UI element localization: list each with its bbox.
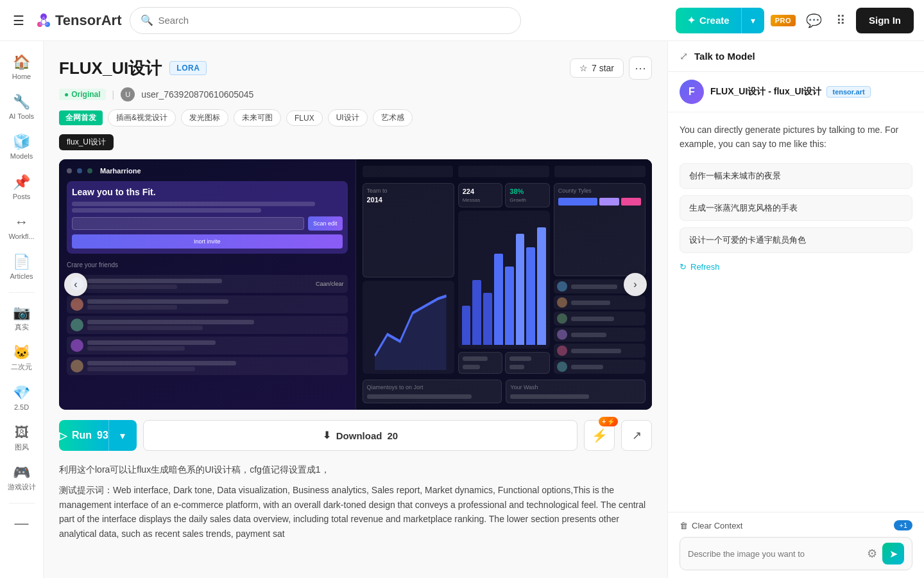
featured-tag[interactable]: 全网首发 (59, 110, 103, 125)
tags-row: 全网首发 插画&视觉设计 发光图标 未来可图 FLUX UI设计 艺术感 (59, 109, 652, 127)
clear-context-button[interactable]: 🗑 Clear Context (680, 521, 742, 530)
create-button[interactable]: ✦ Create (676, 8, 741, 33)
model-name-tag: flux_UI设计 (59, 134, 114, 150)
refresh-button[interactable]: ↻ Refresh (680, 259, 912, 274)
sidebar-label-workflow: Workfl... (8, 232, 34, 241)
run-count: 93 (97, 430, 108, 441)
share-icon: ↗ (632, 428, 642, 442)
apps-icon-button[interactable]: ⠿ (832, 9, 850, 32)
sidebar-item-illustration[interactable]: 🖼 图风 (4, 419, 40, 457)
models-icon: 🧊 (13, 134, 30, 150)
logo-text: TensorArt (55, 12, 122, 29)
tag-4[interactable]: UI设计 (328, 109, 368, 127)
share-button[interactable]: ↗ (621, 420, 652, 451)
main-content: FLUX_UI设计 LORA ☆ 7 star ⋯ ● Original | U (44, 41, 667, 578)
tag-5[interactable]: 艺术感 (373, 109, 413, 127)
send-icon: ➤ (889, 548, 898, 560)
page-title: FLUX_UI设计 (59, 57, 162, 80)
boost-icon: ⚡ (592, 428, 608, 443)
sidebar-item-articles[interactable]: 📄 Articles (4, 249, 40, 286)
download-icon: ⬇ (323, 430, 331, 441)
pro-badge: PRO (771, 15, 796, 26)
logo-icon (35, 12, 53, 30)
sidebar-item-real[interactable]: 📷 真实 (4, 299, 40, 337)
search-bar[interactable]: 🔍 (130, 7, 521, 34)
carousel-image-right: Team to 2014 (355, 159, 653, 410)
panel-title: Talk to Model (694, 51, 755, 62)
sidebar-item-home[interactable]: 🏠 Home (4, 49, 40, 86)
description-line1: 利用这个lora可以让flux生成暗色系的UI设计稿，cfg值记得设置成1， (59, 462, 652, 477)
sidebar-item-anime[interactable]: 🐱 二次元 (4, 339, 40, 376)
model-avatar: F (680, 80, 704, 104)
menu-icon[interactable]: ☰ (10, 10, 27, 31)
author-avatar: U (121, 87, 135, 101)
author-divider: | (112, 89, 115, 100)
chat-icon-button[interactable]: 💬 (802, 9, 826, 32)
author-row: ● Original | U user_763920870610605045 (59, 87, 652, 101)
carousel-inner: Marharrione Leaw you to ths Fit. Scan ed… (59, 159, 652, 410)
search-icon: 🔍 (141, 14, 153, 26)
anime-icon: 🐱 (13, 344, 30, 361)
tag-2[interactable]: 未来可图 (234, 109, 281, 127)
logo[interactable]: TensorArt (35, 12, 122, 30)
sidebar-label-game: 游戏设计 (8, 483, 36, 491)
home-icon: 🏠 (13, 54, 30, 71)
refresh-icon: ↻ (680, 262, 687, 272)
suggestion-item-2[interactable]: 设计一个可爱的卡通宇航员角色 (680, 227, 912, 253)
lora-badge: LORA (169, 61, 207, 75)
sidebar-label-anime: 二次元 (11, 363, 32, 371)
star-icon: ☆ (579, 63, 588, 73)
tag-1[interactable]: 发光图标 (181, 109, 228, 127)
sidebar-item-2d5[interactable]: 💎 2.5D (4, 380, 40, 417)
title-row: FLUX_UI设计 LORA ☆ 7 star ⋯ (59, 57, 652, 80)
sidebar-item-aitools[interactable]: 🔧 AI Tools (4, 89, 40, 126)
download-button[interactable]: ⬇ Download 20 (143, 420, 578, 451)
author-name: user_763920870610605045 (141, 89, 253, 100)
run-dropdown-button[interactable]: ▾ (108, 420, 137, 451)
sidebar-item-more[interactable]: — (4, 510, 40, 537)
green-dot-icon: ● (64, 90, 69, 99)
boost-button[interactable]: ⚡ + ⚡ (584, 420, 615, 451)
download-count: 20 (387, 430, 398, 441)
chat-input[interactable] (688, 549, 862, 559)
sidebar-item-models[interactable]: 🧊 Models (4, 128, 40, 166)
create-dropdown-button[interactable]: ▾ (741, 8, 764, 33)
panel-footer: 🗑 Clear Context +1 ⚙ ➤ (668, 512, 924, 578)
expand-icon[interactable]: ⤢ (680, 50, 688, 62)
run-button[interactable]: ▷ Run 93 (59, 420, 108, 451)
suggestion-item-0[interactable]: 创作一幅未来城市的夜景 (680, 163, 912, 189)
create-group: ✦ Create ▾ (676, 8, 764, 33)
carousel-prev-button[interactable]: ‹ (64, 273, 87, 296)
main-layout: 🏠 Home 🔧 AI Tools 🧊 Models 📌 Posts ↔ Wor… (0, 41, 924, 578)
chat-settings-button[interactable]: ⚙ (867, 547, 877, 561)
chat-input-row: ⚙ ➤ (680, 537, 912, 570)
tag-3[interactable]: FLUX (286, 110, 323, 126)
download-label: Download (336, 430, 382, 441)
more-icon: — (15, 515, 29, 532)
suggestion-item-1[interactable]: 生成一张蒸汽朋克风格的手表 (680, 195, 912, 221)
star-button[interactable]: ☆ 7 star (570, 58, 624, 78)
more-options-button[interactable]: ⋯ (629, 57, 652, 80)
topnav: ☰ TensorArt 🔍 ✦ Create ▾ PRO 💬 ⠿ Sign In (0, 0, 924, 41)
search-input[interactable] (158, 15, 510, 26)
posts-icon: 📌 (13, 174, 30, 191)
tag-0[interactable]: 插画&视觉设计 (108, 109, 176, 127)
right-panel: ⤢ Talk to Model F FLUX_UI设计 - flux_UI设计 … (667, 41, 924, 578)
model-name-info: FLUX_UI设计 - flux_UI设计 tensor.art (710, 86, 871, 98)
sidebar-item-game[interactable]: 🎮 游戏设计 (4, 459, 40, 496)
sidebar-divider-2 (9, 503, 35, 504)
articles-icon: 📄 (13, 254, 30, 270)
illustration-icon: 🖼 (15, 425, 29, 441)
run-group: ▷ Run 93 ▾ (59, 420, 137, 451)
sidebar-label-articles: Articles (10, 272, 33, 281)
signin-button[interactable]: Sign In (856, 8, 914, 33)
aitools-icon: 🔧 (13, 94, 30, 110)
sidebar-item-posts[interactable]: 📌 Posts (4, 169, 40, 206)
sidebar-label-models: Models (10, 152, 33, 161)
carousel-next-button[interactable]: › (624, 273, 647, 296)
star-count: 7 star (592, 63, 614, 73)
sidebar-item-workflow[interactable]: ↔ Workfl... (4, 209, 40, 246)
sidebar-label-2d5: 2.5D (14, 403, 29, 412)
panel-header: ⤢ Talk to Model (668, 41, 924, 72)
chat-send-button[interactable]: ➤ (882, 543, 904, 565)
